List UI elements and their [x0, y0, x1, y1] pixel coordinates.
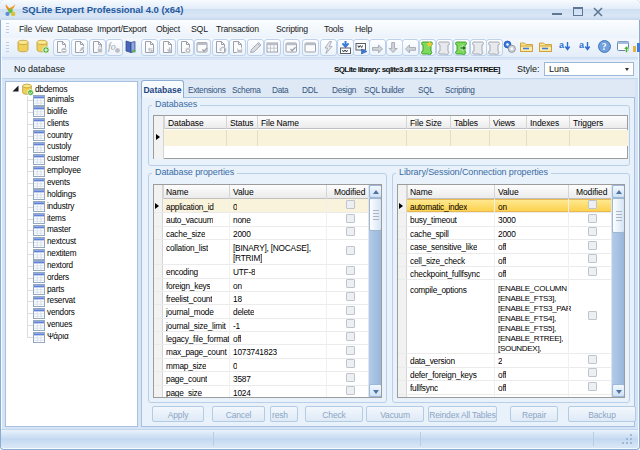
svg-text:a: a	[559, 40, 565, 50]
svg-text:?: ?	[602, 42, 607, 52]
svg-text:a: a	[579, 40, 585, 50]
